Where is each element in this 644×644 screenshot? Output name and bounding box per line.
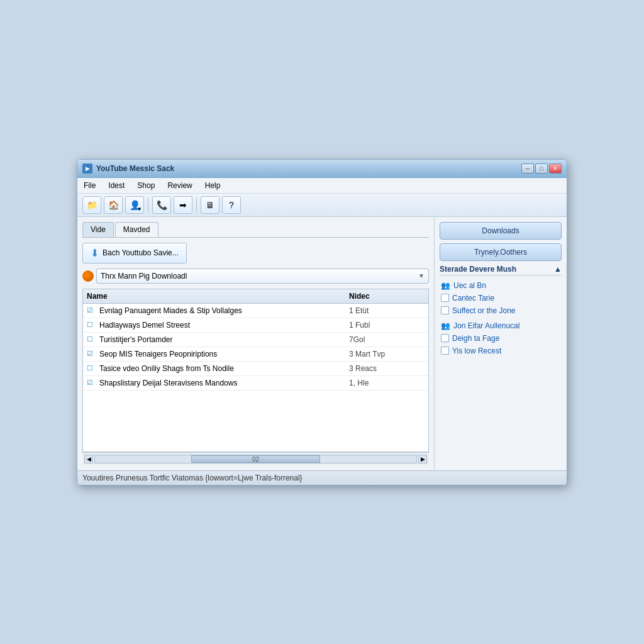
toolbar-phone-btn[interactable]: 📞 <box>152 196 171 214</box>
content-area: Vide Mavded ⬇ Bach Youttubo Savie... Thr… <box>77 217 567 470</box>
close-button[interactable]: ✕ <box>549 164 562 174</box>
dropdown-browser-icon <box>82 270 94 282</box>
right-item-label-4: Deigh ta Fage <box>452 334 499 343</box>
col-name-header: Name <box>87 292 349 301</box>
scroll-right-button[interactable]: ▶ <box>418 455 427 464</box>
right-item-label-0: Uec al Bn <box>453 281 486 290</box>
toolbar-user-btn[interactable]: 👤 ▼ <box>125 196 144 214</box>
right-item-label-1: Cantec Tarie <box>452 294 494 303</box>
right-checkbox-2[interactable] <box>441 306 449 314</box>
row-nidec-4: 3 Mart Tvp <box>349 350 425 358</box>
downloads-button[interactable]: Downloads <box>440 222 562 240</box>
menu-bar: File Idest Shop Review Help <box>77 178 567 194</box>
scroll-track[interactable]: 02 <box>94 455 417 464</box>
dropdown-value: Thrx Mann Pig Downloadl <box>101 272 187 280</box>
group-icon-1: 👥 <box>441 281 450 290</box>
table-header: Name Nidec <box>83 289 428 304</box>
row-nidec-6: 1, Hle <box>349 379 425 387</box>
right-item-check-4[interactable]: Yis low Recest <box>440 345 562 357</box>
right-item-check-3[interactable]: Deigh ta Fage <box>440 332 562 345</box>
toolbar-separator <box>148 197 148 213</box>
right-item-group-1[interactable]: 👥 Uec al Bn <box>440 279 562 292</box>
row-name-1: Evnlag Panuagent Miades & Stip Vollalges <box>99 306 349 315</box>
window-title: YouTube Messic Sack <box>96 164 174 173</box>
right-item-check-1[interactable]: Cantec Tarie <box>440 292 562 304</box>
toolbar: 📁 🏠 👤 ▼ 📞 ➡ 🖥 ? <box>77 194 567 217</box>
row-name-3: Turistitjer's Portamder <box>99 335 349 344</box>
table-row[interactable]: ☐ Hadlayways Demel Streest 1 Fubl <box>83 318 428 333</box>
action-button[interactable]: ⬇ Bach Youttubo Savie... <box>82 243 187 264</box>
toolbar-separator2 <box>196 197 197 213</box>
right-panel: Downloads Trynely.Oothers Sterade Devere… <box>435 217 567 470</box>
menu-help[interactable]: Help <box>203 180 223 191</box>
toolbar-folder-btn[interactable]: 📁 <box>82 196 101 214</box>
maximize-button[interactable]: □ <box>535 164 548 174</box>
status-text: Youutires Prunesus Tortfic Viatomas {low… <box>82 474 303 482</box>
toolbar-screen-btn[interactable]: 🖥 <box>201 196 219 214</box>
menu-file[interactable]: File <box>81 180 98 191</box>
right-item-group-2[interactable]: 👥 Jon Eifar Aullenucal <box>440 319 562 332</box>
left-panel: Vide Mavded ⬇ Bach Youttubo Savie... Thr… <box>77 217 435 470</box>
right-item-label-5: Yis low Recest <box>452 347 501 355</box>
file-table: Name Nidec ☑ Evnlag Panuagent Miades & S… <box>82 289 429 452</box>
download-icon: ⬇ <box>91 247 99 259</box>
dropdown-arrow-icon: ▼ <box>418 272 425 279</box>
trynely-button[interactable]: Trynely.Oothers <box>440 243 562 261</box>
right-checkbox-3[interactable] <box>441 334 449 342</box>
right-item-label-3: Jon Eifar Aullenucal <box>453 321 519 330</box>
row-name-5: Tasice vdeo Oniliy Shags from Ts Nodile <box>99 364 349 373</box>
tab-vide[interactable]: Vide <box>82 222 114 237</box>
row-nidec-5: 3 Reacs <box>349 364 425 373</box>
dropdown-row: Thrx Mann Pig Downloadl ▼ <box>82 269 429 284</box>
col-nidec-header: Nidec <box>349 292 425 301</box>
row-name-4: Seop MIS Tenaigers Peopniriptions <box>99 350 349 358</box>
tab-mavded[interactable]: Mavded <box>115 222 158 237</box>
table-row[interactable]: ☑ Evnlag Panuagent Miades & Stip Vollalg… <box>83 304 428 318</box>
scroll-label: 02 <box>95 455 416 464</box>
minimize-button[interactable]: ─ <box>521 164 534 174</box>
row-checkbox-1[interactable]: ☑ <box>87 306 99 314</box>
row-nidec-1: 1 Etüt <box>349 306 425 315</box>
main-window: ▶ YouTube Messic Sack ─ □ ✕ File Idest S… <box>77 159 567 486</box>
right-checkbox-1[interactable] <box>441 294 449 302</box>
section-collapse-icon[interactable]: ▲ <box>554 265 562 274</box>
section-header-label: Sterade Devere Mush <box>440 265 516 274</box>
table-row[interactable]: ☐ Tasice vdeo Oniliy Shags from Ts Nodil… <box>83 362 428 376</box>
row-checkbox-6[interactable]: ☑ <box>87 379 99 387</box>
menu-review[interactable]: Review <box>165 180 194 191</box>
title-bar-left: ▶ YouTube Messic Sack <box>82 164 174 174</box>
menu-idest[interactable]: Idest <box>106 180 127 191</box>
table-row[interactable]: ☐ Turistitjer's Portamder 7Gol <box>83 333 428 347</box>
scroll-left-button[interactable]: ◀ <box>84 455 93 464</box>
right-checkbox-4[interactable] <box>441 347 449 355</box>
right-item-label-2: Suffect or the Jone <box>452 306 516 315</box>
row-nidec-3: 7Gol <box>349 335 425 344</box>
app-icon: ▶ <box>82 164 92 174</box>
menu-shop[interactable]: Shop <box>135 180 157 191</box>
horizontal-scrollbar: ◀ 02 ▶ <box>82 452 429 465</box>
row-nidec-2: 1 Fubl <box>349 321 425 330</box>
row-name-6: Shapslistary Deijal Steravisens Mandows <box>99 379 349 387</box>
window-controls: ─ □ ✕ <box>521 164 562 174</box>
row-checkbox-3[interactable]: ☐ <box>87 335 99 343</box>
action-button-label: Bach Youttubo Savie... <box>103 248 179 257</box>
row-checkbox-2[interactable]: ☐ <box>87 321 99 329</box>
row-checkbox-4[interactable]: ☑ <box>87 350 99 358</box>
table-row[interactable]: ☑ Shapslistary Deijal Steravisens Mandow… <box>83 376 428 391</box>
row-checkbox-5[interactable]: ☐ <box>87 364 99 372</box>
right-section-header: Sterade Devere Mush ▲ <box>440 265 562 275</box>
status-bar: Youutires Prunesus Tortfic Viatomas {low… <box>77 470 567 485</box>
tab-bar: Vide Mavded <box>82 222 429 238</box>
row-name-2: Hadlayways Demel Streest <box>99 321 349 330</box>
toolbar-home-btn[interactable]: 🏠 <box>104 196 123 214</box>
toolbar-help-btn[interactable]: ? <box>222 196 241 214</box>
title-bar: ▶ YouTube Messic Sack ─ □ ✕ <box>77 160 567 178</box>
right-item-check-2[interactable]: Suffect or the Jone <box>440 304 562 317</box>
group-icon-2: 👥 <box>441 321 450 330</box>
toolbar-arrow-btn[interactable]: ➡ <box>174 196 192 214</box>
url-dropdown[interactable]: Thrx Mann Pig Downloadl ▼ <box>96 269 429 284</box>
table-row[interactable]: ☑ Seop MIS Tenaigers Peopniriptions 3 Ma… <box>83 347 428 362</box>
